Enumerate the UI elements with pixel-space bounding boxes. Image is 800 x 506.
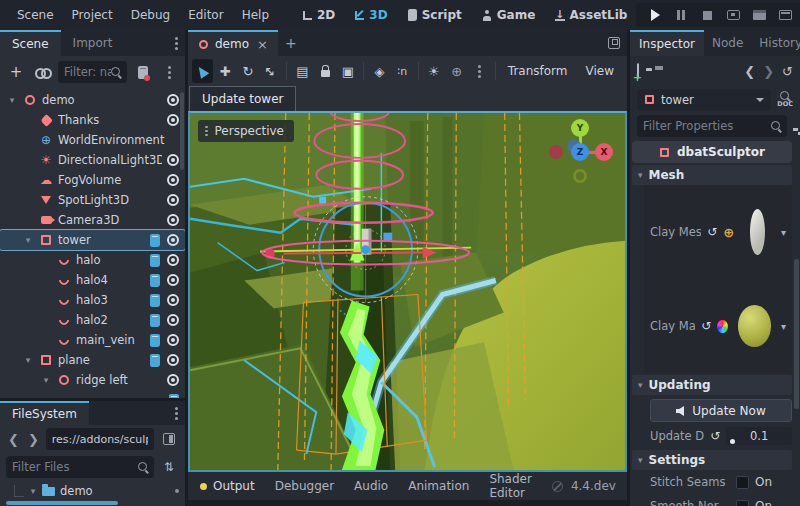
script-icon[interactable] <box>150 314 160 327</box>
tab-inspector[interactable]: Inspector <box>630 30 704 56</box>
menu-scene[interactable]: Scene <box>8 0 63 30</box>
script-icon[interactable] <box>150 254 160 267</box>
view-axis-gizmo[interactable]: Y X Z <box>547 119 613 185</box>
version-label[interactable]: 4.4.dev <box>571 479 616 493</box>
filesystem-row-demo[interactable]: ▾ demo <box>0 481 185 501</box>
sort-files-button[interactable]: ⇅ <box>159 457 179 477</box>
add-node-button[interactable]: + <box>6 62 26 82</box>
stop-button[interactable] <box>696 6 718 24</box>
history-list-button[interactable]: ↺ <box>782 64 793 79</box>
tree-row-tower[interactable]: ▾tower <box>0 230 185 250</box>
viewport-3d[interactable]: Perspective Y X Z <box>188 111 627 472</box>
revert-icon[interactable]: ↺ <box>701 319 711 333</box>
tree-row-halo2[interactable]: halo2 <box>0 310 185 330</box>
tree-row-main-vein[interactable]: main_vein <box>0 330 185 350</box>
tree-row-ridge-left[interactable]: ▾ridge left <box>0 370 185 390</box>
mute-icon[interactable] <box>552 481 563 492</box>
view-menu[interactable]: View <box>577 64 623 78</box>
nav-back-button[interactable]: ❮ <box>6 432 21 447</box>
split-mode-button[interactable] <box>159 429 179 449</box>
tree-row-thanks[interactable]: Thanks <box>0 110 185 130</box>
workspace-assetlib-button[interactable]: ↓AssetLib <box>546 0 636 30</box>
visibility-icon[interactable] <box>167 114 179 126</box>
visibility-icon[interactable] <box>167 154 179 166</box>
snap-button[interactable]: ∶n <box>392 59 413 83</box>
tree-row-demo[interactable]: ▾demo <box>0 90 185 110</box>
z-axis-ball[interactable]: Z <box>571 143 589 161</box>
visibility-icon[interactable] <box>167 174 179 186</box>
remote-debug-button[interactable] <box>722 6 744 24</box>
local-space-button[interactable]: ◈ <box>369 59 390 83</box>
animation-tab[interactable]: Animation <box>408 479 469 493</box>
file-filter-input[interactable] <box>12 460 138 474</box>
preview-menu-button[interactable] <box>469 59 490 83</box>
y-axis-ball[interactable]: Y <box>571 119 589 137</box>
scene-tree-menu-button[interactable] <box>159 62 179 82</box>
expand-viewport-button[interactable] <box>601 30 627 56</box>
workspace-script-button[interactable]: Script <box>399 0 471 30</box>
perspective-menu-button[interactable]: Perspective <box>198 120 294 142</box>
movie-writer-button[interactable] <box>774 6 796 24</box>
script-icon[interactable] <box>150 274 160 287</box>
clay-mesh-property[interactable]: Clay Mes ↺ ⊕ ▾ <box>644 185 792 279</box>
group-button[interactable]: ▣ <box>337 59 358 83</box>
visibility-icon[interactable] <box>167 234 179 246</box>
scene-filter[interactable] <box>58 61 127 83</box>
tree-row-clipped[interactable] <box>0 390 185 398</box>
revert-icon[interactable]: ↺ <box>710 429 720 443</box>
tab-history[interactable]: History <box>751 30 800 56</box>
sun-settings-button[interactable]: ☀ <box>423 59 444 83</box>
section-updating[interactable]: ▾Updating <box>632 375 792 395</box>
stitch-seams-checkbox[interactable] <box>736 476 749 489</box>
output-tab[interactable]: Output <box>200 479 255 493</box>
tree-row-halo[interactable]: halo <box>0 250 185 270</box>
debugger-tab[interactable]: Debugger <box>275 479 334 493</box>
open-docs-button[interactable]: DOC <box>777 91 793 109</box>
script-icon[interactable] <box>150 334 160 347</box>
nav-forward-button[interactable]: ❯ <box>26 432 41 447</box>
section-settings[interactable]: ▾Settings <box>632 450 792 470</box>
tree-row-fogvolume[interactable]: ☁FogVolume <box>0 170 185 190</box>
new-scene-tab-button[interactable]: + <box>278 30 304 56</box>
path-field[interactable] <box>46 428 154 450</box>
tab-filesystem[interactable]: FileSystem <box>0 401 89 425</box>
x-axis-ball[interactable]: X <box>595 143 613 161</box>
tree-row-camera3d[interactable]: Camera3D <box>0 210 185 230</box>
transform-menu[interactable]: Transform <box>499 64 577 78</box>
filesystem-menu-button[interactable] <box>168 401 185 425</box>
visibility-icon[interactable] <box>167 214 179 226</box>
script-icon[interactable] <box>169 394 179 399</box>
menu-editor[interactable]: Editor <box>179 0 233 30</box>
revert-icon[interactable]: ↺ <box>707 225 717 239</box>
mesh-preview[interactable] <box>750 209 765 255</box>
scene-tree-scrollbar[interactable] <box>180 92 184 170</box>
tree-row-directionallight3d[interactable]: ☀DirectionalLight3D <box>0 150 185 170</box>
scale-tool-button[interactable]: ↔ <box>255 55 287 87</box>
audio-tab[interactable]: Audio <box>354 479 388 493</box>
collapse-icon[interactable]: ▾ <box>29 486 37 496</box>
workspace-game-button[interactable]: Game <box>473 0 545 30</box>
menu-debug[interactable]: Debug <box>122 0 179 30</box>
tree-row-spotlight3d[interactable]: SpotLight3D <box>0 190 185 210</box>
visibility-icon[interactable] <box>167 294 179 306</box>
material-preview[interactable] <box>738 305 771 347</box>
property-filter-input[interactable] <box>643 119 771 133</box>
file-filter[interactable] <box>6 456 154 478</box>
smooth-normals-checkbox[interactable] <box>736 500 749 506</box>
visibility-icon[interactable] <box>167 94 179 106</box>
visibility-icon[interactable] <box>167 354 179 366</box>
tab-import[interactable]: Import <box>61 30 125 56</box>
script-icon[interactable] <box>150 294 160 307</box>
history-back-button[interactable]: ❮ <box>744 64 755 79</box>
script-icon[interactable] <box>150 354 160 367</box>
update-delay-spinner[interactable]: 0.1 <box>726 427 792 445</box>
inspector-scrollbar[interactable] <box>794 259 799 409</box>
collapse-icon[interactable]: ▾ <box>22 235 34 245</box>
script-icon[interactable] <box>150 234 160 247</box>
dock-menu-button[interactable] <box>168 30 185 56</box>
update-now-button[interactable]: Update Now <box>650 399 792 422</box>
tree-row-halo4[interactable]: halo4 <box>0 270 185 290</box>
path-input[interactable] <box>52 433 148 446</box>
movie-maker-button[interactable] <box>748 6 770 24</box>
history-forward-button[interactable]: ❯ <box>763 64 774 79</box>
